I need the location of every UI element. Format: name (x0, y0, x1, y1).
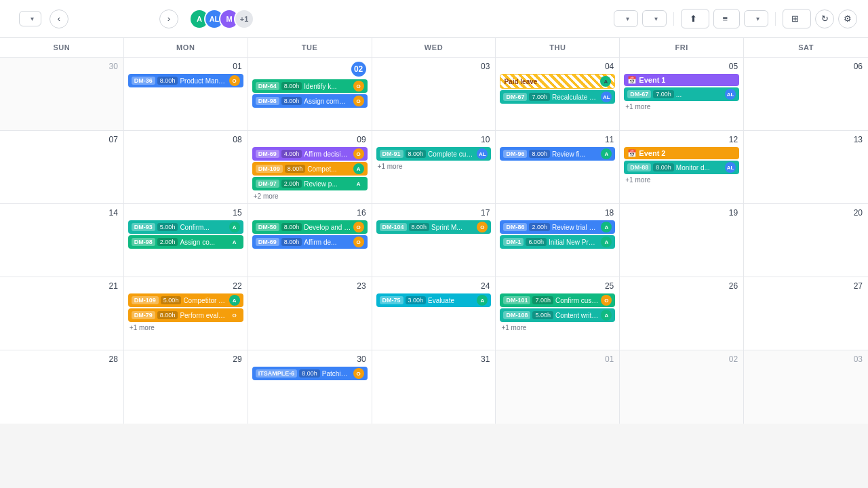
day-number-0-5: 05 (624, 60, 739, 73)
day-cell-1-1: 08 (124, 131, 248, 203)
day-number-0-0: 30 (4, 60, 119, 73)
issues-button[interactable]: ⊞ (783, 9, 811, 28)
week-row-4: 282930ITSAMPLE-68.00hPatching CI/CD secu… (0, 350, 868, 424)
divider (673, 12, 674, 26)
day-cell-4-2: 30ITSAMPLE-68.00hPatching CI/CD security… (248, 350, 372, 424)
day-cell-4-6: 03 (744, 350, 868, 424)
prev-month-button[interactable]: ‹ (50, 9, 68, 28)
list-item[interactable]: DM-16.00hInitial New Product Screening S… (500, 235, 615, 249)
day-number-0-6: 06 (748, 60, 864, 73)
list-item[interactable]: DM-982.00hAssign co...A (128, 235, 243, 249)
day-number-1-2: 09 (252, 134, 368, 146)
day-cell-0-5: 05📅 Event 1DM-677.00h...AL+1 more (620, 58, 744, 130)
more-events-link[interactable]: +2 more (252, 192, 368, 201)
list-item[interactable]: DM-1095.00hCompetitor researchA (128, 293, 243, 307)
day-cell-4-1: 29 (124, 350, 248, 424)
day-cell-4-0: 28 (0, 350, 124, 424)
list-item[interactable]: DM-968.00hReview fi...A (500, 147, 615, 161)
day-cell-0-0: 30 (0, 58, 124, 130)
day-cell-0-4: 04Paid leaveADM-677.00hRecalculate produ… (496, 58, 620, 130)
list-item[interactable]: DM-1048.00hSprint M...O (376, 220, 492, 234)
list-item[interactable]: DM-698.00hAffirm de...O (252, 235, 368, 249)
list-item[interactable]: DM-1085.00hContent writingA (500, 308, 615, 322)
filter-button[interactable]: ≡ (713, 9, 740, 28)
day-cell-1-6: 13 (744, 131, 868, 203)
list-item[interactable]: DM-988.00hAssign commercialization leade… (252, 94, 368, 108)
header-fri: FRI (620, 38, 744, 57)
day-cell-0-3: 03 (372, 58, 496, 130)
more-events-link[interactable]: +1 more (500, 323, 615, 332)
today-chevron-icon: ▾ (626, 15, 629, 22)
today-button[interactable]: ▾ (614, 10, 638, 27)
week-row-1: 070809DM-694.00hAffirm decision to conti… (0, 131, 868, 204)
more-events-link[interactable]: +1 more (128, 323, 243, 332)
day-cell-0-2: 02DM-648.00hIdentify k...ODM-988.00hAssi… (248, 58, 372, 130)
month-chevron-icon: ▾ (654, 15, 658, 22)
list-item[interactable]: DM-1098.00hCompet...A (252, 162, 368, 176)
list-item[interactable]: DM-677.00h...AL (624, 87, 739, 101)
list-item[interactable]: DM-368.00hProduct Manufacturing and Moni… (128, 74, 243, 87)
more-events-link[interactable]: +1 more (624, 176, 739, 184)
day-number-3-4: 25 (500, 280, 615, 292)
divider2 (775, 12, 776, 26)
day-cell-2-2: 16DM-508.00hDevelop and review productio… (248, 204, 372, 277)
app-container: ▾ ‹ › A AL M +1 ▾ ▾ ⬆ ≡ (0, 0, 868, 488)
next-month-button[interactable]: › (159, 9, 178, 28)
header-controls: ▾ ▾ ⬆ ≡ ▾ ⊞ ↻ (614, 9, 857, 28)
day-number-3-6: 27 (748, 280, 864, 292)
list-item[interactable]: Paid leaveA (500, 74, 615, 89)
day-cell-2-4: 18DM-862.00hReview trial plan and requir… (496, 204, 620, 277)
list-item[interactable]: DM-508.00hDevelop and review production … (252, 220, 368, 234)
list-item[interactable]: 📅 Event 1 (624, 74, 739, 86)
day-headers: SUN MON TUE WED THU FRI SAT (0, 38, 868, 58)
day-cell-3-5: 26 (620, 277, 744, 350)
day-cell-3-2: 23 (248, 277, 372, 350)
calendar: SUN MON TUE WED THU FRI SAT 3001DM-368.0… (0, 38, 868, 488)
list-item[interactable]: DM-753.00hEvaluateA (376, 293, 492, 307)
week-row-0: 3001DM-368.00hProduct Manufacturing and … (0, 58, 868, 131)
day-cell-3-0: 21 (0, 277, 124, 350)
week-row-3: 2122DM-1095.00hCompetitor researchADM-79… (0, 277, 868, 350)
list-item[interactable]: DM-918.00hComplete customer trial monito… (376, 147, 492, 161)
refresh-button[interactable]: ↻ (815, 9, 834, 28)
list-item[interactable]: DM-798.00hPerform evaluate/predict produ… (128, 308, 243, 322)
day-number-1-0: 07 (4, 134, 119, 146)
list-item[interactable]: DM-972.00hReview p...A (252, 177, 368, 190)
month-view-button[interactable]: ▾ (642, 10, 667, 27)
day-cell-1-4: 11DM-968.00hReview fi...A (496, 131, 620, 203)
day-cell-3-3: 24DM-753.00hEvaluateA (372, 277, 496, 350)
header-tue: TUE (248, 38, 372, 57)
list-item[interactable]: DM-888.00hMonitor d...AL (624, 161, 739, 174)
list-item[interactable]: ITSAMPLE-68.00hPatching CI/CD security v… (252, 367, 368, 380)
list-item[interactable]: 📅 Event 2 (624, 147, 739, 159)
day-number-1-1: 08 (128, 134, 243, 146)
day-number-2-3: 17 (376, 207, 492, 219)
list-item[interactable]: DM-694.00hAffirm decision to continue co… (252, 147, 368, 161)
day-number-3-0: 21 (4, 280, 119, 292)
chevron-down-icon: ▾ (31, 15, 34, 22)
list-item[interactable]: DM-648.00hIdentify k...O (252, 79, 368, 93)
more-events-link[interactable]: +1 more (376, 162, 492, 171)
list-item[interactable]: DM-935.00hConfirm...A (128, 220, 243, 234)
team-selector[interactable]: ▾ (19, 11, 41, 26)
export-button[interactable]: ⬆ (681, 9, 709, 28)
day-number-3-2: 23 (252, 280, 368, 292)
day-number-2-2: 16 (252, 207, 368, 219)
avatar-extra[interactable]: +1 (234, 9, 254, 29)
settings-button[interactable]: ⚙ (838, 9, 857, 28)
day-number-1-5: 12 (624, 134, 739, 146)
list-item[interactable]: DM-862.00hReview trial plan and requirem… (500, 220, 615, 234)
day-number-1-4: 11 (500, 134, 615, 146)
week-row-2: 1415DM-935.00hConfirm...ADM-982.00hAssig… (0, 204, 868, 277)
list-item[interactable]: DM-677.00hRecalculate product economicsA… (500, 90, 615, 104)
list-item[interactable]: DM-1017.00hConfirm customer specificatio… (500, 293, 615, 307)
day-cell-3-6: 27 (744, 277, 868, 350)
filter-icon: ≡ (722, 14, 728, 24)
day-number-4-4: 01 (500, 353, 615, 365)
day-number-2-5: 19 (624, 207, 739, 219)
day-number-4-3: 31 (376, 353, 492, 365)
all-dropdown-button[interactable]: ▾ (744, 10, 768, 27)
more-events-link[interactable]: +1 more (624, 102, 739, 111)
day-number-2-4: 18 (500, 207, 615, 219)
header: ▾ ‹ › A AL M +1 ▾ ▾ ⬆ ≡ (0, 0, 868, 38)
